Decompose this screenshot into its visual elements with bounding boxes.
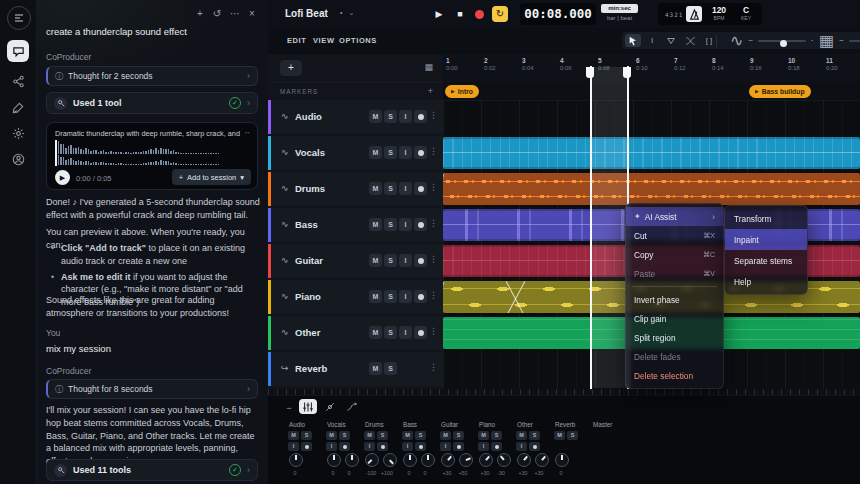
pan-knob[interactable]	[365, 453, 379, 467]
ruler-bar-3[interactable]: 30:04	[522, 57, 534, 71]
play-button[interactable]: ▶	[431, 6, 447, 22]
track-i-button[interactable]: I	[399, 290, 412, 303]
project-menu-caret-icon[interactable]: • ⌄	[340, 9, 356, 17]
time-mode-barbeat[interactable]: bar | beat	[601, 15, 638, 21]
track-record-button[interactable]	[414, 182, 427, 195]
zoom-slider-handle[interactable]	[780, 40, 787, 47]
add-track-button[interactable]: +	[280, 60, 302, 76]
track-m-button[interactable]: M	[369, 110, 382, 123]
mixer-m-button[interactable]: M	[440, 431, 451, 440]
track-i-button[interactable]: I	[399, 218, 412, 231]
metronome-button[interactable]	[686, 6, 702, 22]
mixer-m-button[interactable]: M	[326, 431, 337, 440]
track-menu-icon[interactable]: ⋮	[429, 110, 438, 120]
track-menu-icon[interactable]: ⋮	[429, 290, 438, 300]
track-header-audio[interactable]: ∿AudioMSI⋮	[268, 100, 443, 134]
pan-knob[interactable]	[459, 453, 473, 467]
track-s-button[interactable]: S	[384, 146, 397, 159]
timeline-marker-bass-buildup[interactable]: ▶Bass buildup	[749, 85, 811, 98]
thought-collapsible[interactable]: ⓘ Thought for 8 seconds ›	[46, 379, 258, 399]
menu-item-copy[interactable]: Copy⌘C	[626, 245, 723, 264]
record-button[interactable]	[471, 6, 487, 22]
track-header-reverb[interactable]: ↪ReverbMS⋮	[268, 352, 443, 386]
submenu-item-transform[interactable]: Transform	[725, 208, 807, 229]
track-m-button[interactable]: M	[369, 218, 382, 231]
stop-button[interactable]: ■	[452, 6, 468, 22]
track-header-bass[interactable]: ∿BassMSI⋮	[268, 208, 443, 242]
generated-audio-card[interactable]: Dramatic thunderclap with deep rumble, s…	[46, 122, 258, 190]
track-s-button[interactable]: S	[384, 362, 397, 375]
mixer-record-button[interactable]	[491, 442, 502, 451]
mixer-s-button[interactable]: S	[415, 431, 426, 440]
menu-item-cut[interactable]: Cut⌘X	[626, 226, 723, 245]
pan-knob[interactable]	[345, 453, 359, 467]
track-record-button[interactable]	[414, 218, 427, 231]
track-record-button[interactable]	[414, 146, 427, 159]
mixer-m-button[interactable]: M	[288, 431, 299, 440]
tool-marquee-icon[interactable]	[663, 34, 679, 47]
mixer-input-button[interactable]: I	[440, 442, 451, 451]
mixer-input-button[interactable]: I	[478, 442, 489, 451]
ruler-bar-8[interactable]: 80:14	[712, 57, 724, 71]
selection-start-handle[interactable]	[586, 67, 594, 78]
pan-knob[interactable]	[383, 453, 397, 467]
track-m-button[interactable]: M	[369, 182, 382, 195]
tool-range-icon[interactable]: [ ]	[701, 34, 717, 47]
thought-collapsible[interactable]: ⓘ Thought for 2 seconds ›	[46, 66, 258, 86]
submenu-item-separate-stems[interactable]: Separate stems	[725, 250, 807, 271]
mixer-s-button[interactable]: S	[377, 431, 388, 440]
timeline-ruler[interactable]: 10:0020:0230:0440:0650:0860:1070:1280:14…	[443, 54, 860, 83]
mixer-s-button[interactable]: S	[301, 431, 312, 440]
menu-item-ai-assist[interactable]: ✦AI Assist›	[626, 207, 723, 226]
menu-item-delete-selection[interactable]: Delete selection	[626, 366, 723, 385]
track-s-button[interactable]: S	[384, 326, 397, 339]
track-s-button[interactable]: S	[384, 218, 397, 231]
ruler-bar-10[interactable]: 100:18	[788, 57, 800, 71]
expand-icon[interactable]: ↔	[244, 128, 251, 135]
track-i-button[interactable]: I	[399, 254, 412, 267]
mixer-record-button[interactable]	[377, 442, 388, 451]
add-to-session-button[interactable]: + Add to session ▾	[172, 169, 251, 185]
add-marker-icon[interactable]: +	[428, 86, 433, 96]
used-tools-collapsible[interactable]: Used 1 tool ✓ ›	[46, 92, 258, 114]
mixer-m-button[interactable]: M	[402, 431, 413, 440]
mixer-input-button[interactable]: I	[516, 442, 527, 451]
zoom-slider[interactable]	[758, 40, 806, 42]
menu-item-paste[interactable]: Paste⌘V	[626, 264, 723, 283]
mixer-input-button[interactable]: I	[288, 442, 299, 451]
menu-edit[interactable]: EDIT	[287, 36, 306, 45]
collapse-mixer-button[interactable]: −	[283, 402, 295, 414]
mixer-record-button[interactable]	[415, 442, 426, 451]
playhead-handle[interactable]	[623, 67, 631, 78]
pan-knob[interactable]	[289, 453, 303, 467]
track-header-guitar[interactable]: ∿GuitarMSI⋮	[268, 244, 443, 278]
settings-gear-icon[interactable]	[7, 122, 29, 144]
track-lane-drums[interactable]	[443, 172, 860, 206]
pan-knob[interactable]	[497, 453, 511, 467]
pan-knob[interactable]	[403, 453, 417, 467]
count-in-display[interactable]: 4321	[665, 11, 683, 18]
track-s-button[interactable]: S	[384, 290, 397, 303]
mixer-record-button[interactable]	[301, 442, 312, 451]
menu-item-clip-gain[interactable]: Clip gain	[626, 309, 723, 328]
mixer-record-button[interactable]	[529, 442, 540, 451]
track-m-button[interactable]: M	[369, 146, 382, 159]
track-lane-vocals[interactable]	[443, 136, 860, 170]
track-m-button[interactable]: M	[369, 254, 382, 267]
mixer-s-button[interactable]: S	[339, 431, 350, 440]
overview-scrollbar[interactable]	[268, 389, 860, 396]
track-header-drums[interactable]: ∿DrumsMSI⋮	[268, 172, 443, 206]
ruler-bar-7[interactable]: 70:12	[674, 57, 686, 71]
track-record-button[interactable]	[414, 110, 427, 123]
mixer-s-button[interactable]: S	[567, 431, 578, 440]
layout-grid-icon[interactable]: ▦	[424, 62, 433, 72]
chat-tab-icon[interactable]	[7, 40, 29, 62]
history-icon[interactable]: ↺	[210, 7, 224, 21]
pan-knob[interactable]	[441, 453, 455, 467]
mixer-input-button[interactable]: I	[326, 442, 337, 451]
timeline-marker-intro[interactable]: ▶Intro	[445, 85, 479, 98]
key-display[interactable]: C KEY	[736, 6, 756, 22]
tool-pointer-icon[interactable]	[625, 34, 641, 47]
fx-tab-icon[interactable]	[321, 399, 339, 414]
track-s-button[interactable]: S	[384, 110, 397, 123]
